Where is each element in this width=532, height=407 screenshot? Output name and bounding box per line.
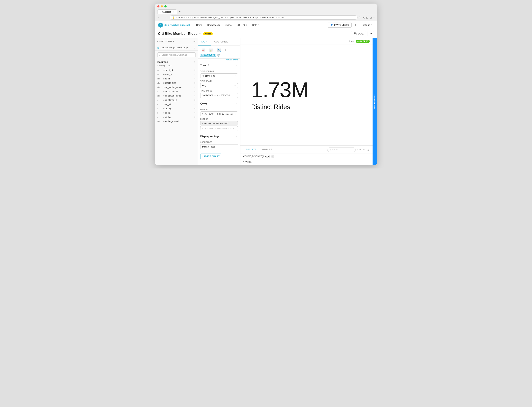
new-tab-button[interactable]: + [177, 9, 182, 14]
sidebar-collapse-button[interactable]: ⊣ [193, 40, 196, 43]
drag-handle-icon[interactable]: ⠿ [194, 95, 196, 97]
table-data-row: 1729685 [243, 159, 370, 165]
results-search-input[interactable]: ⌕ Search [327, 148, 356, 152]
columns-collapse-icon[interactable]: ∧ [194, 61, 196, 63]
preview-row-count: 1 row [349, 40, 354, 42]
drag-handle-icon[interactable]: ⠿ [194, 86, 196, 88]
minimize-dot[interactable] [161, 5, 163, 8]
tab-samples[interactable]: SAMPLES [259, 147, 274, 152]
column-name: ride_id [163, 78, 170, 80]
drag-handle-icon[interactable]: ⠿ [194, 82, 196, 84]
tab-results[interactable]: RESULTS [243, 147, 259, 152]
forward-button[interactable]: › [161, 16, 163, 19]
big-number-chart-button[interactable]: 4k BIG NUMBER [200, 54, 216, 57]
drag-handle-icon[interactable]: ⠿ [194, 74, 196, 76]
subheader-input[interactable] [200, 144, 238, 149]
lock-icon: 🔒 [172, 16, 175, 19]
column-left: abc rideable_type [157, 82, 176, 84]
documentation-sidebar[interactable]: Documentation [372, 38, 377, 165]
list-item: ⊙ started_at ⠿ [157, 68, 196, 72]
column-name: start_station_name [163, 86, 182, 88]
time-column-control[interactable]: ⊙ started_at › [200, 73, 238, 78]
time-section-title: Time ⓘ [200, 64, 209, 67]
columns-header: Columns ∧ [157, 61, 196, 63]
favorite-star-icon[interactable]: ☆ [199, 32, 201, 35]
save-button[interactable]: 💾 SAVE [351, 31, 366, 36]
profile-icon[interactable]: ⊡ [370, 16, 372, 19]
tab-data[interactable]: DATA [198, 38, 211, 46]
results-collapse-button[interactable]: ∧ [366, 148, 370, 152]
drag-handle-icon[interactable]: ⠿ [194, 78, 196, 80]
time-grain-select[interactable]: Day ∨ [200, 83, 238, 88]
a-icon: A [363, 16, 365, 19]
column-type-icon: abc [157, 78, 162, 80]
close-dot[interactable] [157, 5, 160, 8]
column-type-icon: # [157, 112, 162, 114]
nav-data[interactable]: Data ▾ [250, 23, 261, 27]
browser-controls [157, 5, 375, 8]
filter-remove-icon[interactable]: × [202, 122, 203, 125]
time-grain-chevron: ∨ [234, 84, 236, 87]
browser-chrome: ∞ Superset × + [155, 4, 377, 14]
drag-handle-icon[interactable]: ⠿ [194, 120, 196, 122]
drag-handle-icon[interactable]: ⠿ [194, 108, 196, 110]
column-badge[interactable]: × [271, 155, 274, 158]
page-header: Citi Bike Member Rides ☆ Altered 💾 SAVE … [155, 29, 377, 38]
drag-handle-icon[interactable]: ⠿ [194, 112, 196, 114]
address-bar[interactable]: 🔒 ea4875dd.us2a.app.preset.io/explore/?f… [170, 16, 358, 20]
search-metrics-input[interactable]: ⌕ Search Metrics & Columns [157, 52, 196, 57]
list-item: # end_lat ⠿ [157, 111, 196, 115]
column-left: abc end_station_name [157, 94, 181, 97]
chart-types: 📈 📊 📉 ⊞ 4k BIG NUMBER 🕐 [198, 46, 240, 59]
active-browser-tab[interactable]: ∞ Superset × [157, 9, 177, 14]
tab-customize[interactable]: CUSTOMIZE [211, 38, 231, 46]
metric-remove-icon[interactable]: × [202, 113, 204, 115]
time-section-body: TIME COLUMN ⊙ started_at › TIME GRAIN Da… [198, 70, 240, 100]
drag-handle-icon[interactable]: ⠿ [194, 69, 196, 71]
metric-control[interactable]: × f(x) COUNT_DISTINCT(ride_id) › [200, 111, 238, 117]
nav-dashboards[interactable]: Dashboards [205, 23, 222, 27]
drag-handle-icon[interactable]: ⠿ [194, 91, 196, 93]
maximize-dot[interactable] [164, 5, 167, 8]
add-button[interactable]: + [353, 23, 358, 28]
settings-menu[interactable]: Settings ▾ [359, 23, 374, 27]
filter-drop-zone[interactable]: + Drop columns/metrics here or click [200, 126, 238, 131]
table-cell-value: 1729685 [243, 161, 252, 163]
drag-handle-icon[interactable]: ⠿ [194, 99, 196, 101]
time-section-header[interactable]: Time ⓘ ∧ [198, 62, 240, 69]
display-section-header[interactable]: Display settings ∧ [198, 133, 240, 140]
app-nav: Home Dashboards Charts SQL Lab ▾ Data ▾ [194, 23, 324, 27]
nav-home[interactable]: Home [194, 23, 205, 27]
invite-users-button[interactable]: 👤 INVITE USERS [328, 23, 352, 28]
time-column-label: TIME COLUMN [200, 70, 238, 72]
bar-chart-button[interactable]: 📊 [208, 47, 214, 53]
filter-tag[interactable]: × member_casual = 'member' › [200, 121, 238, 125]
tab-close-button[interactable]: × [173, 11, 174, 13]
column-name: start_station_id [163, 90, 178, 93]
more-options-button[interactable]: ••• [368, 31, 374, 36]
table-chart-button[interactable]: ⊞ [223, 47, 229, 53]
copy-button[interactable]: ⧉ [363, 148, 365, 151]
time-range-control[interactable]: 2022-04-01 ≤ col < 2022-05-01 [200, 93, 238, 98]
datasource-more-button[interactable]: ⋮ [193, 46, 196, 49]
time-column-value: started_at [205, 75, 214, 77]
update-chart-button[interactable]: UPDATE CHART [200, 154, 221, 159]
reload-button[interactable]: ↻ [165, 16, 168, 19]
view-all-charts-link[interactable]: View all charts [198, 59, 240, 62]
save-icon: 💾 [354, 32, 357, 35]
nav-sqllab[interactable]: SQL Lab ▾ [234, 23, 250, 27]
nav-charts[interactable]: Charts [223, 23, 234, 27]
menu-button[interactable]: ≡ [373, 16, 375, 19]
back-button[interactable]: ‹ [157, 16, 160, 19]
chart-source-label: Chart Source [157, 40, 174, 42]
drag-handle-icon[interactable]: ⠿ [194, 103, 196, 105]
column-left: ⊙ started_at [157, 69, 173, 71]
shield-icon: 🛡 [359, 16, 362, 19]
query-section-header[interactable]: Query ∧ [198, 100, 240, 107]
drag-handle-icon[interactable]: ⠿ [194, 116, 196, 118]
area-chart-button[interactable]: 📉 [216, 47, 222, 53]
query-section-chevron: ∧ [236, 102, 238, 105]
metric-label: METRIC [200, 109, 238, 110]
line-chart-button[interactable]: 📈 [200, 47, 207, 53]
extensions-icon[interactable]: ⊞ [366, 16, 368, 19]
